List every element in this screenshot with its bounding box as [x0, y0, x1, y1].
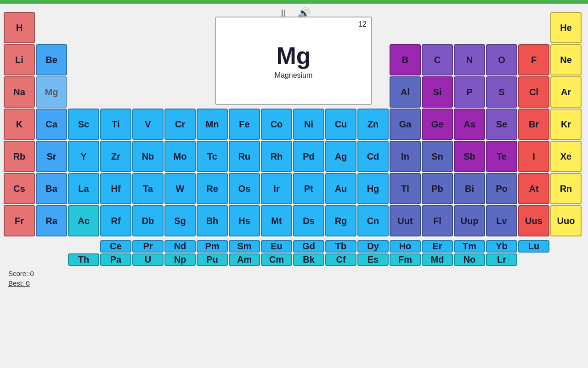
element-cell[interactable]: Sn [422, 141, 453, 172]
element-cell[interactable]: Cs [4, 173, 35, 204]
element-cell[interactable]: At [518, 173, 549, 204]
element-cell[interactable]: Be [36, 44, 67, 75]
element-cell[interactable]: Sm [229, 240, 260, 253]
element-cell[interactable]: Pa [100, 253, 131, 266]
element-cell[interactable]: Bh [197, 205, 228, 236]
element-cell[interactable]: Ge [422, 109, 453, 140]
element-cell[interactable]: Bi [454, 173, 485, 204]
element-cell[interactable]: Li [4, 44, 35, 75]
element-cell[interactable]: Cl [518, 76, 549, 108]
element-cell[interactable]: Ru [229, 141, 260, 172]
element-cell[interactable]: Rh [261, 141, 292, 172]
element-cell[interactable]: Nd [164, 240, 196, 253]
element-cell[interactable]: Sb [454, 141, 485, 172]
element-cell[interactable]: Yb [486, 240, 517, 253]
element-cell[interactable]: Es [357, 253, 389, 266]
best-score-display[interactable]: Best: 0 [8, 279, 584, 287]
element-cell[interactable]: Ra [36, 205, 67, 236]
element-cell[interactable]: Xe [550, 141, 582, 172]
element-cell[interactable]: Pr [132, 240, 164, 253]
element-cell[interactable]: Mo [164, 141, 196, 172]
element-cell[interactable]: Ta [132, 173, 164, 204]
element-cell[interactable]: U [132, 253, 164, 266]
element-cell[interactable]: Os [229, 173, 260, 204]
element-cell[interactable]: B [390, 44, 421, 75]
element-cell[interactable]: Bk [293, 253, 324, 266]
element-cell[interactable]: Cm [261, 253, 292, 266]
element-cell[interactable]: Cf [325, 253, 356, 266]
element-cell[interactable]: As [454, 109, 485, 140]
element-cell[interactable]: Pb [422, 173, 453, 204]
element-cell[interactable]: Pt [293, 173, 324, 204]
element-cell[interactable]: Rg [325, 205, 356, 236]
element-cell[interactable]: Cr [164, 109, 196, 140]
element-cell[interactable]: Zr [100, 141, 131, 172]
element-cell[interactable]: Am [229, 253, 260, 266]
element-cell[interactable]: Po [486, 173, 517, 204]
element-cell[interactable]: Co [261, 109, 292, 140]
element-cell[interactable]: Tm [454, 240, 485, 253]
element-cell[interactable]: P [454, 76, 485, 108]
element-cell[interactable]: Ni [293, 109, 324, 140]
element-cell[interactable]: He [550, 12, 582, 43]
element-cell[interactable]: Hg [357, 173, 389, 204]
element-cell[interactable]: Lu [518, 240, 549, 253]
element-cell[interactable]: H [4, 12, 35, 43]
element-cell[interactable]: Fl [422, 205, 453, 236]
element-cell[interactable]: Se [486, 109, 517, 140]
element-cell[interactable]: I [518, 141, 549, 172]
element-cell[interactable]: Gd [293, 240, 324, 253]
element-cell[interactable]: Cu [325, 109, 356, 140]
element-cell[interactable]: La [68, 173, 99, 204]
element-cell[interactable]: Rf [100, 205, 131, 236]
element-cell[interactable]: Zn [357, 109, 389, 140]
element-cell[interactable]: O [486, 44, 517, 75]
element-cell[interactable]: Nb [132, 141, 164, 172]
element-cell[interactable]: Ir [261, 173, 292, 204]
element-cell[interactable]: Lv [486, 205, 517, 236]
element-cell[interactable]: Kr [550, 109, 582, 140]
element-cell[interactable]: W [164, 173, 196, 204]
element-cell[interactable]: Uuo [550, 205, 582, 236]
element-cell[interactable]: C [422, 44, 453, 75]
element-cell[interactable]: Pm [197, 240, 228, 253]
element-cell[interactable]: Al [390, 76, 421, 108]
element-cell[interactable]: Uup [454, 205, 485, 236]
element-cell[interactable]: Lr [486, 253, 517, 266]
element-cell[interactable]: Th [68, 253, 99, 266]
element-cell[interactable]: Sr [36, 141, 67, 172]
element-cell[interactable]: Db [132, 205, 164, 236]
element-cell[interactable]: Rn [550, 173, 582, 204]
element-cell[interactable]: Tb [325, 240, 356, 253]
element-cell[interactable]: Te [486, 141, 517, 172]
element-cell[interactable]: Fm [390, 253, 421, 266]
element-cell[interactable]: Ba [36, 173, 67, 204]
element-cell[interactable]: Hs [229, 205, 260, 236]
element-cell[interactable]: V [132, 109, 164, 140]
element-cell[interactable]: Au [325, 173, 356, 204]
element-cell[interactable]: Hf [100, 173, 131, 204]
element-cell[interactable]: Ar [550, 76, 582, 108]
element-cell[interactable]: Br [518, 109, 549, 140]
element-cell[interactable]: Sc [68, 109, 99, 140]
element-cell[interactable]: Ca [36, 109, 67, 140]
element-cell[interactable]: Ac [68, 205, 99, 236]
element-cell[interactable]: Er [422, 240, 453, 253]
element-cell[interactable]: Pd [293, 141, 324, 172]
element-cell[interactable]: Ne [550, 44, 582, 75]
element-cell[interactable]: N [454, 44, 485, 75]
element-cell[interactable]: Ti [100, 109, 131, 140]
element-cell[interactable]: Ho [390, 240, 421, 253]
element-cell[interactable]: Fe [229, 109, 260, 140]
element-cell[interactable]: Mt [261, 205, 292, 236]
element-cell[interactable]: Eu [261, 240, 292, 253]
element-cell[interactable]: In [390, 141, 421, 172]
element-cell[interactable]: Uus [518, 205, 549, 236]
element-cell[interactable]: Ga [390, 109, 421, 140]
element-cell[interactable]: Na [4, 76, 35, 108]
element-cell[interactable]: Cn [357, 205, 389, 236]
element-cell[interactable]: Md [422, 253, 453, 266]
element-cell[interactable]: Sg [164, 205, 196, 236]
element-cell[interactable]: Fr [4, 205, 35, 236]
element-cell[interactable]: Y [68, 141, 99, 172]
